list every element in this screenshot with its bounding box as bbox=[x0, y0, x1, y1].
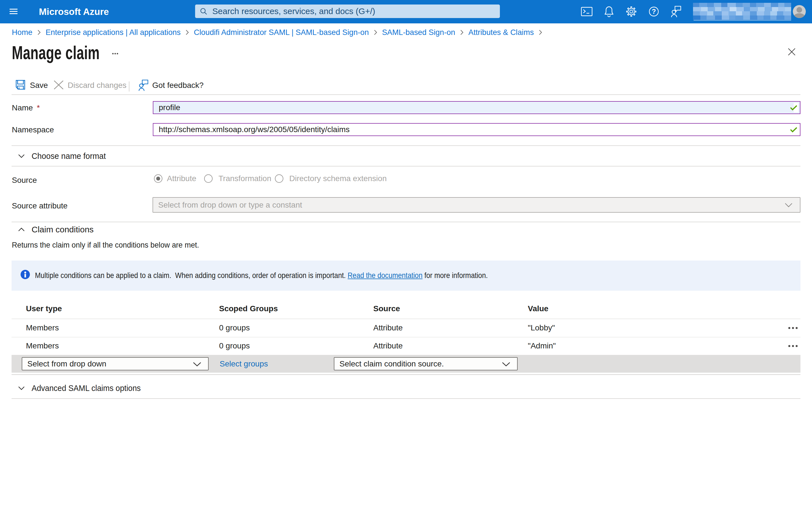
svg-text:?: ? bbox=[652, 8, 656, 15]
